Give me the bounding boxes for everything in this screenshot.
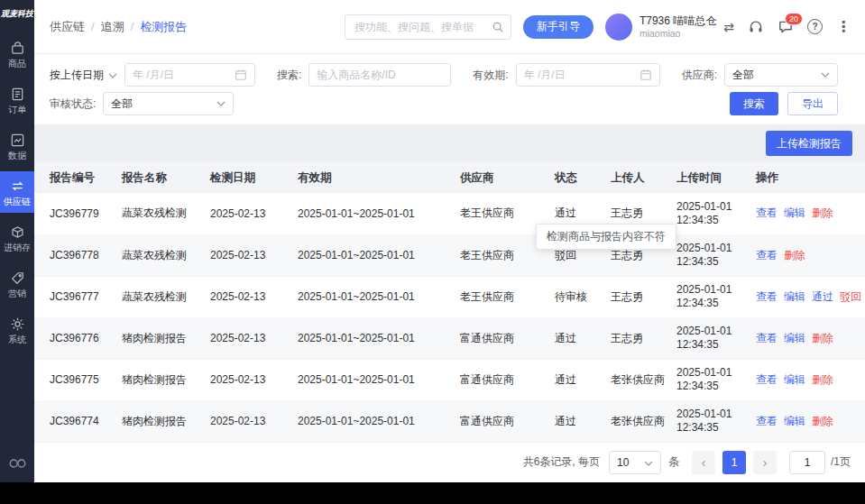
cell-uploader: 老张供应商 xyxy=(611,400,676,442)
upload-date-input[interactable] xyxy=(125,64,235,86)
col-report-name: 报告名称 xyxy=(122,162,210,193)
view-link[interactable]: 查看 xyxy=(756,373,778,386)
cell-status: 待审核 xyxy=(555,276,611,317)
product-search-input[interactable] xyxy=(309,64,450,86)
app-window: 观麦科技 商品 订单 数据 供应链 xyxy=(0,0,865,504)
sidebar-item-label: 数据 xyxy=(8,151,26,160)
calendar-icon[interactable] xyxy=(640,69,652,81)
delete-link[interactable]: 删除 xyxy=(812,206,833,219)
search-label: 搜索: xyxy=(277,68,301,83)
cell-validity: 2025-01-01~2025-01-01 xyxy=(298,276,460,317)
delete-link[interactable]: 删除 xyxy=(812,415,833,427)
col-upload-time: 上传时间 xyxy=(676,162,756,193)
view-link[interactable]: 查看 xyxy=(756,249,778,261)
cell-status: 通过 xyxy=(555,359,611,400)
cell-validity: 2025-01-01~2025-01-01 xyxy=(298,359,460,400)
prev-page-button[interactable]: ‹ xyxy=(692,451,715,474)
current-page-button[interactable]: 1 xyxy=(722,451,746,474)
sidebar-item-products[interactable]: 商品 xyxy=(0,33,34,75)
help-icon[interactable]: ? xyxy=(807,19,823,34)
audit-status-select[interactable]: 全部 xyxy=(103,92,234,115)
view-link[interactable]: 查看 xyxy=(756,415,778,427)
cell-actions: 查看编辑删除 xyxy=(756,317,865,359)
sidebar-item-label: 订单 xyxy=(8,105,26,115)
marketing-tag-icon xyxy=(10,270,25,286)
sidebar-item-label: 供应链 xyxy=(4,197,31,206)
approve-link[interactable]: 通过 xyxy=(812,290,833,303)
apps-icon[interactable] xyxy=(8,457,27,482)
sidebar: 观麦科技 商品 订单 数据 供应链 xyxy=(0,0,34,482)
edit-link[interactable]: 编辑 xyxy=(784,332,805,344)
search-button[interactable]: 搜索 xyxy=(730,92,778,115)
breadcrumb-trace[interactable]: 追溯 xyxy=(101,19,124,35)
chevron-down-icon xyxy=(821,72,830,78)
date-type-dropdown[interactable]: 按上传日期 xyxy=(50,68,117,83)
cell-actions: 查看编辑通过驳回 xyxy=(756,276,865,317)
delete-link[interactable]: 删除 xyxy=(812,373,833,386)
calendar-icon[interactable] xyxy=(235,69,247,81)
sidebar-item-supply-chain[interactable]: 供应链 xyxy=(0,171,34,213)
supply-chain-icon xyxy=(10,179,25,194)
delete-link[interactable]: 删除 xyxy=(812,332,833,344)
col-status: 状态 xyxy=(555,162,611,193)
upload-report-button[interactable]: 上传检测报告 xyxy=(766,131,852,156)
sidebar-item-orders[interactable]: 订单 xyxy=(0,79,34,121)
cell-test-date: 2025-02-13 xyxy=(210,276,298,317)
cell-upload-time: 2025-01-0112:34:35 xyxy=(676,317,756,359)
logo: 观麦科技 xyxy=(0,0,34,23)
gear-icon xyxy=(10,316,25,332)
cell-actions: 查看编辑删除 xyxy=(756,359,865,400)
cell-report-name: 蔬菜农残检测 xyxy=(122,193,210,234)
more-icon[interactable]: ⋮ xyxy=(836,18,851,35)
cell-validity: 2025-01-01~2025-01-01 xyxy=(298,400,460,442)
user-names: T7936 喵喵总仓 miaomiao xyxy=(640,14,716,40)
page-size-select[interactable]: 10 xyxy=(609,451,661,474)
sidebar-item-label: 系统 xyxy=(8,334,26,344)
sidebar-item-data[interactable]: 数据 xyxy=(0,125,34,167)
delete-link[interactable]: 删除 xyxy=(784,249,805,261)
cell-supplier: 富通供应商 xyxy=(460,359,555,400)
user-name: T7936 喵喵总仓 xyxy=(640,14,716,27)
edit-link[interactable]: 编辑 xyxy=(784,290,805,303)
sidebar-item-label: 商品 xyxy=(8,59,26,69)
validity-date-input[interactable] xyxy=(517,64,640,86)
breadcrumb-supply-chain[interactable]: 供应链 xyxy=(50,19,85,35)
cell-supplier: 富通供应商 xyxy=(460,400,555,442)
next-page-button[interactable]: › xyxy=(753,451,777,474)
page-jump-input[interactable] xyxy=(789,451,825,474)
inventory-icon xyxy=(10,225,25,240)
table-row: JC396777 蔬菜农残检测 2025-02-13 2025-01-01~20… xyxy=(34,276,865,317)
view-link[interactable]: 查看 xyxy=(756,290,778,303)
table-header: 报告编号 报告名称 检测日期 有效期 供应商 状态 上传人 上传时间 操作 xyxy=(34,162,865,193)
cell-report-name: 蔬菜农残检测 xyxy=(122,276,210,317)
global-search-input[interactable] xyxy=(345,14,511,40)
message-icon[interactable]: 20 xyxy=(778,19,794,35)
avatar[interactable] xyxy=(605,14,632,41)
edit-link[interactable]: 编辑 xyxy=(784,415,805,427)
support-icon[interactable] xyxy=(748,19,764,35)
supplier-select-value: 全部 xyxy=(732,68,754,83)
switch-warehouse-icon[interactable]: ⇄ xyxy=(723,20,734,34)
sidebar-item-marketing[interactable]: 营销 xyxy=(0,263,34,305)
cell-test-date: 2025-02-13 xyxy=(210,359,298,400)
edit-link[interactable]: 编辑 xyxy=(784,373,805,386)
audit-status-label: 审核状态: xyxy=(50,96,96,112)
bottom-bar xyxy=(0,482,865,504)
reject-link[interactable]: 驳回 xyxy=(840,290,861,303)
cell-uploader: 老张供应商 xyxy=(611,359,676,400)
filter-row-2: 审核状态: 全部 搜索 导出 xyxy=(50,92,838,115)
search-icon[interactable] xyxy=(492,21,504,37)
user-block[interactable]: T7936 喵喵总仓 miaomiao xyxy=(605,14,716,41)
supplier-label: 供应商: xyxy=(682,68,717,83)
sidebar-item-system[interactable]: 系统 xyxy=(0,309,34,351)
breadcrumb: 供应链 / 追溯 / 检测报告 xyxy=(50,19,187,35)
view-link[interactable]: 查看 xyxy=(756,206,778,219)
export-button[interactable]: 导出 xyxy=(787,92,838,115)
cell-supplier: 老王供应商 xyxy=(460,276,555,317)
page-size-value: 10 xyxy=(617,456,629,469)
sidebar-item-inventory[interactable]: 进销存 xyxy=(0,217,34,259)
view-link[interactable]: 查看 xyxy=(756,332,778,344)
guide-button[interactable]: 新手引导 xyxy=(523,15,594,39)
edit-link[interactable]: 编辑 xyxy=(784,206,805,219)
supplier-select[interactable]: 全部 xyxy=(724,63,838,87)
